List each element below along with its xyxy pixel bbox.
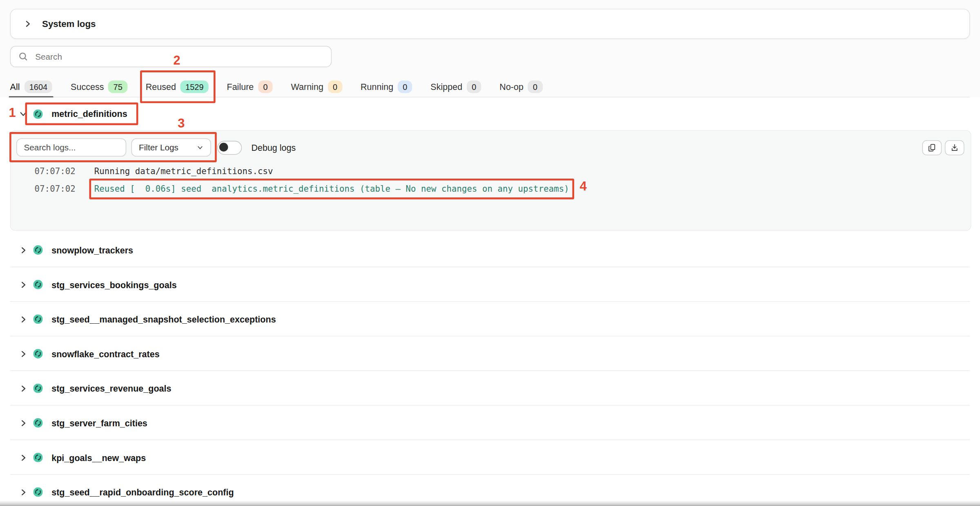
log-timestamp: 07:07:02 [35, 184, 94, 194]
node-row-snowflake-contract-rates[interactable]: snowflake_contract_rates [0, 336, 980, 371]
results-section: metric_definitions Filter Logs Debug log… [0, 97, 980, 506]
toggle-knob [219, 142, 228, 151]
node-label: snowplow_trackers [51, 245, 133, 255]
tab-label: Skipped [430, 82, 462, 92]
node-title: stg_services_bookings_goals [33, 280, 177, 290]
reused-refresh-icon [33, 109, 43, 119]
copy-logs-button[interactable] [922, 140, 942, 155]
tab-label: Running [361, 82, 393, 92]
node-label: stg_services_revenue_goals [51, 383, 171, 394]
log-message: Running data/metric_definitions.csv [94, 165, 273, 177]
node-list: snowplow_trackers stg_services_bookings_… [0, 233, 980, 506]
chevron-right-icon[interactable] [19, 246, 28, 255]
log-actions [922, 140, 964, 155]
log-line: 07:07:02 Reused [ 0.06s] seed analytics.… [11, 180, 971, 197]
node-row-stg-services-revenue-goals[interactable]: stg_services_revenue_goals [0, 371, 980, 406]
node-title: stg_seed__managed_snapshot_selection_exc… [33, 314, 276, 324]
global-search [10, 46, 332, 67]
reused-refresh-icon [33, 245, 43, 255]
tab-count-badge: 0 [258, 81, 273, 93]
node-title: kpi_goals__new_waps [33, 452, 146, 463]
reused-refresh-icon [33, 418, 43, 428]
log-timestamp: 07:07:02 [35, 166, 94, 176]
collapse-chevron-icon[interactable] [23, 20, 32, 29]
tab-success[interactable]: Success 75 [71, 77, 127, 97]
node-row-metric-definitions[interactable]: metric_definitions [0, 97, 980, 130]
node-title: metric_definitions [33, 109, 127, 119]
node-label: stg_seed__managed_snapshot_selection_exc… [51, 314, 276, 324]
system-logs-card: System logs [10, 9, 970, 39]
node-row-stg-server-farm-cities[interactable]: stg_server_farm_cities [0, 405, 980, 440]
node-label: stg_services_bookings_goals [51, 280, 176, 290]
tab-count-badge: 1529 [180, 81, 209, 93]
node-title: snowflake_contract_rates [33, 349, 160, 359]
tab-count-badge: 0 [328, 81, 343, 93]
screenshot-viewport: System logs All 1604 Success 75 Reused 1… [0, 0, 980, 506]
node-row-stg-services-bookings-goals[interactable]: stg_services_bookings_goals [0, 267, 980, 302]
log-panel: Filter Logs Debug logs [10, 130, 971, 231]
log-search-input[interactable] [16, 138, 126, 157]
reused-refresh-icon [33, 349, 43, 358]
node-title: stg_server_farm_cities [33, 418, 147, 428]
chevron-right-icon[interactable] [19, 315, 28, 324]
log-message: Reused [ 0.06s] seed analytics.metric_de… [94, 182, 569, 195]
copy-icon [927, 142, 937, 152]
tab-label: Failure [227, 82, 254, 92]
tab-no-op[interactable]: No-op 0 [499, 77, 542, 97]
tab-count-badge: 1604 [24, 81, 52, 93]
tab-label: No-op [499, 82, 523, 92]
chevron-down-icon [197, 144, 204, 151]
tab-count-badge: 0 [467, 81, 481, 93]
chevron-right-icon[interactable] [19, 384, 28, 393]
tab-failure[interactable]: Failure 0 [227, 77, 272, 97]
tab-skipped[interactable]: Skipped 0 [430, 77, 481, 97]
search-icon [18, 51, 29, 62]
tab-reused[interactable]: Reused 1529 [146, 77, 209, 97]
log-line: 07:07:02 Running data/metric_definitions… [11, 162, 971, 180]
tab-label: Success [71, 82, 104, 92]
chevron-right-icon[interactable] [19, 453, 28, 462]
node-row-stg-seed--managed-snapshot-selection-exceptions[interactable]: stg_seed__managed_snapshot_selection_exc… [0, 302, 980, 336]
tab-label: Warning [291, 82, 323, 92]
reused-refresh-icon [33, 383, 43, 393]
node-row-snowplow-trackers[interactable]: snowplow_trackers [0, 233, 980, 267]
node-row-kpi-goals--new-waps[interactable]: kpi_goals__new_waps [0, 440, 980, 475]
reused-refresh-icon [33, 280, 43, 289]
node-title: stg_seed__rapid_onboarding_score_config [33, 487, 234, 497]
tab-count-badge: 0 [398, 81, 412, 93]
chevron-right-icon[interactable] [19, 280, 28, 289]
download-logs-button[interactable] [945, 140, 964, 155]
node-label: snowflake_contract_rates [51, 349, 160, 359]
reused-refresh-icon [33, 314, 43, 324]
filter-logs-dropdown[interactable]: Filter Logs [131, 138, 211, 157]
reused-refresh-icon [33, 453, 43, 462]
node-title: stg_services_revenue_goals [33, 383, 172, 394]
debug-logs-toggle[interactable] [217, 141, 242, 154]
node-label: metric_definitions [51, 109, 127, 119]
status-tabs: All 1604 Success 75 Reused 1529 Failure … [10, 77, 970, 98]
node-title: snowplow_trackers [33, 245, 134, 255]
log-console: 07:07:02 Running data/metric_definitions… [11, 157, 971, 197]
filter-logs-label: Filter Logs [139, 143, 178, 152]
reused-refresh-icon [33, 487, 43, 497]
page-title: System logs [42, 19, 96, 29]
tab-all[interactable]: All 1604 [10, 77, 53, 97]
log-toolbar: Filter Logs Debug logs [11, 131, 971, 157]
chevron-down-icon[interactable] [19, 110, 28, 119]
node-label: stg_server_farm_cities [51, 418, 147, 428]
chevron-right-icon[interactable] [19, 419, 28, 428]
search-input[interactable] [34, 51, 323, 62]
tab-count-badge: 75 [108, 81, 127, 93]
debug-logs-label: Debug logs [251, 142, 296, 152]
node-label: stg_seed__rapid_onboarding_score_config [51, 487, 234, 497]
download-icon [950, 142, 959, 152]
chevron-right-icon[interactable] [19, 349, 28, 358]
tab-warning[interactable]: Warning 0 [291, 77, 342, 97]
node-label: kpi_goals__new_waps [51, 452, 146, 463]
log-filter-group: Filter Logs [16, 138, 211, 157]
bottom-fade [0, 501, 980, 506]
chevron-right-icon[interactable] [19, 488, 28, 497]
tab-label: All [10, 82, 20, 92]
tab-count-badge: 0 [528, 81, 543, 93]
tab-running[interactable]: Running 0 [361, 77, 412, 97]
